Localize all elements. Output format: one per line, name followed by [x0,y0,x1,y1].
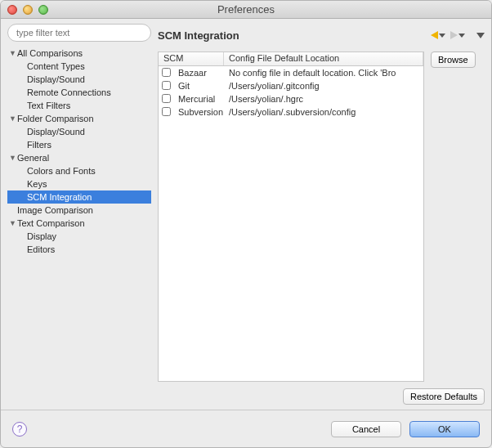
table-body: BazaarNo config file in default location… [159,66,423,381]
tree-item[interactable]: Filters [7,138,151,151]
row-checkbox[interactable] [162,68,171,77]
row-checkbox-cell [159,107,173,118]
tree-item-label: All Comparisons [17,48,83,58]
tree-item[interactable]: Display/Sound [7,125,151,138]
tree-item-label: Content Types [27,61,85,71]
table-header: SCM Config File Default Location [159,52,423,66]
restore-defaults-button[interactable]: Restore Defaults [403,388,485,405]
scm-table: SCM Config File Default Location BazaarN… [158,52,424,382]
tree-item-label: Display [27,231,56,241]
cell-scm: Git [173,81,224,91]
tree-item[interactable]: ▼General [7,151,151,164]
cell-scm: Bazaar [173,68,224,78]
row-checkbox[interactable] [162,81,171,90]
minimize-icon[interactable] [23,5,33,15]
tree-item-label: Text Comparison [17,218,85,228]
arrow-right-icon [450,31,458,39]
column-scm[interactable]: SCM [159,52,224,65]
window-controls [1,5,48,15]
chevron-down-icon [458,34,465,38]
tree-item[interactable]: Display [7,230,151,243]
disclosure-icon: ▼ [9,219,16,227]
browse-button[interactable]: Browse [431,52,476,68]
history-nav [431,31,485,39]
main-panel: SCM Integration SCM [158,24,485,410]
tree-item[interactable]: ▼Text Comparison [7,217,151,230]
help-icon[interactable]: ? [12,422,27,437]
tree-item-label: Folder Comparison [17,114,94,123]
tree-item-label: Keys [27,179,47,189]
tree-item-label: Remote Connections [27,87,111,97]
tree-item-label: Text Filters [27,101,70,110]
tree-item-label: Editors [27,244,55,254]
filter-input[interactable] [7,24,151,42]
preferences-window: Preferences ▼All ComparisonsContent Type… [0,0,492,448]
titlebar: Preferences [1,1,491,19]
cell-location: /Users/yolian/.gitconfig [224,81,423,91]
cell-scm: Subversion [173,107,224,117]
sidebar: ▼All ComparisonsContent TypesDisplay/Sou… [7,24,151,410]
disclosure-icon: ▼ [9,114,16,123]
disclosure-icon: ▼ [9,154,16,162]
row-checkbox-cell [159,94,173,105]
main-header: SCM Integration [158,24,485,47]
tree-item-label: SCM Integration [27,192,92,202]
tree-item[interactable]: Display/Sound [7,73,151,86]
table-row[interactable]: Subversion/Users/yolian/.subversion/conf… [159,105,423,119]
cell-scm: Mercurial [173,94,224,104]
window-title: Preferences [1,3,491,16]
tree-item-label: Display/Sound [27,127,85,137]
window-body: ▼All ComparisonsContent TypesDisplay/Sou… [1,19,491,410]
back-button[interactable] [431,31,445,39]
table-row[interactable]: Mercurial/Users/yolian/.hgrc [159,92,423,105]
tree-item-label: Display/Sound [27,74,85,84]
row-checkbox[interactable] [162,94,171,103]
ok-button[interactable]: OK [409,421,480,437]
tree-item-label: Filters [27,140,51,150]
menu-icon[interactable] [476,33,485,38]
footer: ? Cancel OK [1,410,491,447]
row-checkbox-cell [159,68,173,78]
browse-column: Browse [431,52,485,382]
tree-item[interactable]: Image Comparison [7,204,151,217]
row-checkbox[interactable] [162,107,171,116]
zoom-icon[interactable] [38,5,48,15]
tree-item[interactable]: ▼All Comparisons [7,47,151,60]
content-row: SCM Config File Default Location BazaarN… [158,52,485,382]
forward-button[interactable] [450,31,465,39]
cell-location: /Users/yolian/.subversion/config [224,107,423,117]
cell-location: /Users/yolian/.hgrc [224,94,423,104]
tree-item[interactable]: Keys [7,177,151,190]
chevron-down-icon [439,34,445,38]
table-row[interactable]: BazaarNo config file in default location… [159,66,423,79]
tree-item-label: Colors and Fonts [27,166,96,176]
tree-item[interactable]: Content Types [7,60,151,73]
arrow-left-icon [431,31,438,39]
disclosure-icon: ▼ [9,49,16,57]
table-row[interactable]: Git/Users/yolian/.gitconfig [159,79,423,92]
row-checkbox-cell [159,81,173,92]
close-icon[interactable] [7,5,17,15]
column-location[interactable]: Config File Default Location [224,52,423,65]
tree-item-label: General [17,153,49,163]
tree-item[interactable]: SCM Integration [7,190,151,204]
cancel-button[interactable]: Cancel [331,421,401,437]
tree-item[interactable]: Remote Connections [7,86,151,99]
tree-item[interactable]: Text Filters [7,99,151,112]
restore-row: Restore Defaults [158,382,485,410]
cell-location: No config file in default location. Clic… [224,68,423,78]
tree-item[interactable]: Colors and Fonts [7,164,151,177]
tree-item[interactable]: Editors [7,243,151,256]
page-title: SCM Integration [158,29,431,42]
tree-item-label: Image Comparison [17,205,93,215]
preferences-tree[interactable]: ▼All ComparisonsContent TypesDisplay/Sou… [7,45,151,410]
tree-item[interactable]: ▼Folder Comparison [7,112,151,125]
